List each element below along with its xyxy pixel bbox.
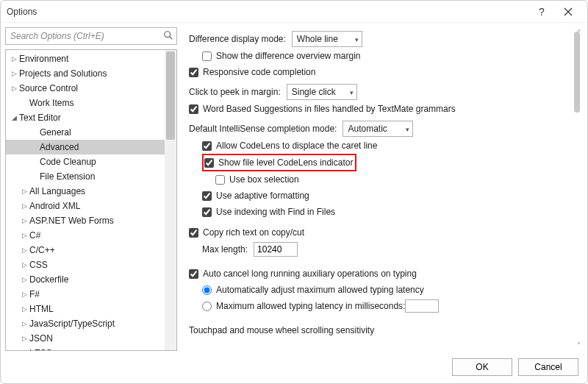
chk-show-file-level-box[interactable] bbox=[204, 158, 214, 168]
cancel-button[interactable]: Cancel bbox=[518, 358, 578, 376]
radio-auto-latency-label: Automatically adjust maximum allowed typ… bbox=[216, 285, 424, 295]
radio-auto-latency[interactable]: Automatically adjust maximum allowed typ… bbox=[189, 282, 567, 298]
panel-scroll-thumb[interactable] bbox=[574, 32, 580, 113]
tree-collapsed-icon[interactable]: ▷ bbox=[9, 55, 19, 63]
tree-item[interactable]: ▷All Languages bbox=[6, 184, 176, 199]
tree-collapsed-icon[interactable]: ▷ bbox=[19, 232, 29, 239]
content-area: ▷Environment▷Projects and Solutions▷Sour… bbox=[1, 23, 587, 351]
select-peek[interactable]: Single click ▾ bbox=[287, 84, 357, 100]
tree-item-label: Android XML bbox=[29, 201, 80, 211]
chk-show-diff-margin-box[interactable] bbox=[202, 51, 212, 61]
ok-button[interactable]: OK bbox=[452, 358, 512, 376]
chk-adaptive-box[interactable] bbox=[202, 191, 212, 201]
tree-item[interactable]: ▷HTML bbox=[6, 302, 176, 316]
chk-word-based[interactable]: Word Based Suggestions in files handled … bbox=[189, 101, 567, 117]
chk-responsive-completion-box[interactable] bbox=[189, 68, 198, 77]
tree-collapsed-icon[interactable]: ▷ bbox=[19, 246, 29, 254]
chk-indexing-box[interactable] bbox=[202, 207, 212, 217]
settings-scroll-area[interactable]: Difference display mode: Whole line ▾ Sh… bbox=[182, 27, 583, 351]
chk-responsive-completion[interactable]: Responsive code completion bbox=[189, 64, 567, 80]
tree-collapsed-icon[interactable]: ▷ bbox=[19, 335, 29, 342]
tree-collapsed-icon[interactable]: ▷ bbox=[19, 276, 29, 283]
chk-allow-codelens[interactable]: Allow CodeLens to displace the caret lin… bbox=[189, 138, 567, 154]
tree-item[interactable]: ▷Dockerfile bbox=[6, 272, 176, 287]
settings-body: Difference display mode: Whole line ▾ Sh… bbox=[182, 27, 583, 339]
chk-auto-cancel[interactable]: Auto cancel long running auxiliary opera… bbox=[189, 266, 567, 282]
tree-item[interactable]: ▷Source Control bbox=[6, 81, 176, 96]
tree-scrollbar[interactable] bbox=[165, 50, 176, 350]
tree-collapsed-icon[interactable]: ▷ bbox=[19, 305, 29, 313]
tree-item-label: F# bbox=[29, 289, 40, 299]
input-max-latency[interactable] bbox=[405, 299, 439, 313]
panel-scrollbar[interactable]: ˄ ˅ bbox=[571, 27, 583, 351]
close-button[interactable] bbox=[555, 1, 581, 23]
tree-item-label: JavaScript/TypeScript bbox=[29, 319, 115, 329]
chevron-down-icon: ▾ bbox=[355, 36, 359, 43]
tree-item[interactable]: ◢Text Editor bbox=[6, 110, 176, 125]
tree-collapsed-icon[interactable]: ▷ bbox=[19, 291, 29, 298]
search-box[interactable] bbox=[5, 27, 177, 45]
tree-item[interactable]: ▷JavaScript/TypeScript bbox=[6, 316, 176, 331]
tree-collapsed-icon[interactable]: ▷ bbox=[9, 85, 19, 92]
chk-auto-cancel-box[interactable] bbox=[189, 269, 198, 279]
left-column: ▷Environment▷Projects and Solutions▷Sour… bbox=[5, 27, 177, 351]
tree-item[interactable]: ▷LESS bbox=[6, 346, 176, 351]
tree-item[interactable]: ▷C/C++ bbox=[6, 243, 176, 257]
chk-allow-codelens-box[interactable] bbox=[202, 141, 212, 151]
select-intellisense[interactable]: Automatic ▾ bbox=[343, 121, 413, 137]
chk-word-based-box[interactable] bbox=[189, 104, 198, 114]
chk-show-file-level[interactable]: Show file level CodeLens indicator bbox=[204, 156, 353, 169]
row-max-length: Max length: bbox=[189, 241, 567, 258]
tree-collapsed-icon[interactable]: ▷ bbox=[19, 188, 29, 195]
chk-copy-rich[interactable]: Copy rich text on copy/cut bbox=[189, 224, 567, 241]
tree-collapsed-icon[interactable]: ▷ bbox=[19, 349, 29, 351]
chk-copy-rich-box[interactable] bbox=[189, 228, 198, 238]
chevron-down-icon: ▾ bbox=[350, 89, 354, 96]
tree-collapsed-icon[interactable]: ▷ bbox=[19, 202, 29, 210]
tree-expanded-icon[interactable]: ◢ bbox=[9, 114, 19, 121]
help-icon: ? bbox=[539, 6, 545, 18]
radio-max-latency[interactable]: Maximum allowed typing latency in millis… bbox=[189, 298, 567, 314]
label-max-length: Max length: bbox=[202, 244, 248, 255]
tree-item[interactable]: ▷Environment bbox=[6, 51, 176, 66]
svg-point-0 bbox=[165, 32, 171, 38]
highlight-show-file-level: Show file level CodeLens indicator bbox=[202, 154, 356, 171]
settings-panel: Difference display mode: Whole line ▾ Sh… bbox=[177, 27, 583, 351]
input-max-length[interactable] bbox=[254, 242, 298, 257]
select-diff-mode[interactable]: Whole line ▾ bbox=[292, 31, 362, 47]
tree-item[interactable]: ▷JSON bbox=[6, 331, 176, 346]
tree-scroll-thumb[interactable] bbox=[166, 51, 175, 140]
tree-item-label: HTML bbox=[29, 304, 54, 314]
chk-box-selection-box[interactable] bbox=[215, 175, 225, 185]
help-button[interactable]: ? bbox=[528, 1, 555, 23]
scroll-down-icon[interactable]: ˅ bbox=[577, 341, 581, 349]
tree-collapsed-icon[interactable]: ▷ bbox=[19, 261, 29, 269]
tree-item-label: Projects and Solutions bbox=[19, 68, 107, 79]
row-peek: Click to peek in margin: Single click ▾ bbox=[189, 83, 567, 101]
options-tree[interactable]: ▷Environment▷Projects and Solutions▷Sour… bbox=[5, 49, 177, 351]
radio-max-latency-input[interactable] bbox=[202, 302, 212, 311]
tree-item[interactable]: ▷C# bbox=[6, 228, 176, 243]
radio-auto-latency-input[interactable] bbox=[202, 285, 212, 295]
tree-item[interactable]: File Extension bbox=[6, 169, 176, 184]
tree-item[interactable]: Work Items bbox=[6, 96, 176, 110]
chk-indexing[interactable]: Use indexing with Find in Files bbox=[189, 204, 567, 220]
tree-collapsed-icon[interactable]: ▷ bbox=[9, 70, 19, 77]
tree-item[interactable]: ▷CSS bbox=[6, 257, 176, 272]
tree-collapsed-icon[interactable]: ▷ bbox=[19, 217, 29, 224]
tree-item[interactable]: ▷Projects and Solutions bbox=[6, 66, 176, 81]
chk-adaptive[interactable]: Use adaptive formatting bbox=[189, 188, 567, 204]
search-input[interactable] bbox=[6, 28, 176, 44]
tree-item[interactable]: Code Cleanup bbox=[6, 154, 176, 169]
tree-item[interactable]: ▷F# bbox=[6, 287, 176, 302]
tree-item[interactable]: Advanced bbox=[6, 140, 176, 154]
tree-item[interactable]: General bbox=[6, 125, 176, 140]
tree-item[interactable]: ▷Android XML bbox=[6, 199, 176, 213]
tree-collapsed-icon[interactable]: ▷ bbox=[19, 320, 29, 327]
close-icon bbox=[564, 7, 573, 16]
chk-box-selection[interactable]: Use box selection bbox=[189, 171, 567, 188]
options-dialog: Options ? ▷Environment▷Projects and Solu… bbox=[0, 0, 588, 384]
chk-show-diff-margin[interactable]: Show the difference overview margin bbox=[189, 48, 567, 64]
chk-show-diff-margin-label: Show the difference overview margin bbox=[216, 51, 361, 61]
tree-item[interactable]: ▷ASP.NET Web Forms bbox=[6, 213, 176, 228]
